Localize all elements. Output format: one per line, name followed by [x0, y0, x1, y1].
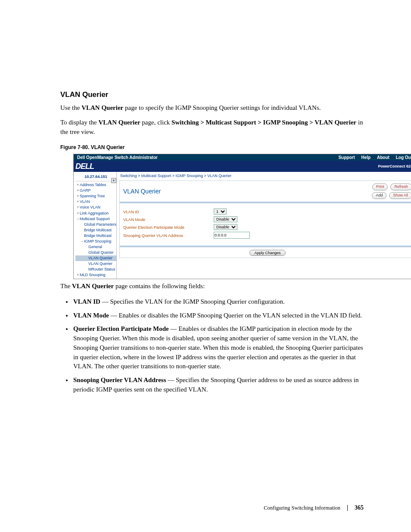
- tree-node[interactable]: −Multicast Support: [75, 216, 116, 222]
- field-desc: — Enables or disables the IGMP Snooping …: [109, 312, 362, 319]
- refresh-button[interactable]: Refresh: [390, 184, 411, 190]
- text: page, click: [140, 119, 171, 126]
- link-about[interactable]: About: [377, 155, 389, 160]
- path: Switching > Multicast Support > IGMP Sno…: [171, 119, 356, 126]
- panel-divider: [120, 202, 411, 203]
- tree-node[interactable]: +MLD Snooping: [75, 272, 116, 278]
- tree-node[interactable]: Bridge Multicast: [75, 227, 116, 233]
- field-name: Querier Election Participate Mode: [73, 325, 169, 332]
- qep-mode-select[interactable]: Disable: [214, 224, 237, 230]
- tree-node[interactable]: Bridge Multicast: [75, 233, 116, 239]
- qep-mode-label: Querier Election Participate Mode: [123, 225, 214, 230]
- vlan-mode-label: VLAN Mode: [123, 217, 214, 222]
- field-desc: — Specifies the VLAN for the IGMP Snoopi…: [100, 298, 285, 305]
- text: To display the: [60, 119, 99, 126]
- screenshot-figure: Dell OpenManage Switch Administrator Sup…: [73, 154, 411, 279]
- model-label: PowerConnect 6248: [378, 164, 411, 168]
- page-footer: Configuring Switching Information 365: [264, 504, 364, 511]
- app-title: Dell OpenManage Switch Administrator: [77, 155, 158, 160]
- tree-node[interactable]: +Link Aggregation: [75, 211, 116, 216]
- field-name: VLAN ID: [73, 298, 100, 305]
- topbar-links: Support Help About Log Out: [336, 155, 411, 160]
- panel-title: VLAN Querier: [123, 188, 161, 195]
- print-button[interactable]: Print: [372, 184, 388, 190]
- text: Use the: [60, 104, 81, 111]
- snooping-addr-input[interactable]: [214, 232, 250, 239]
- tree-node[interactable]: +Spanning Tree: [75, 193, 116, 199]
- tree-node[interactable]: Global Parameters: [75, 222, 116, 227]
- tree-node[interactable]: General: [75, 244, 116, 250]
- text: page contains the following fields:: [114, 283, 205, 289]
- apply-changes-button[interactable]: Apply Changes: [249, 250, 285, 256]
- device-ip: 10.27.64.151: [75, 173, 116, 181]
- vlan-mode-select[interactable]: Disable: [214, 216, 237, 222]
- list-item: VLAN Mode — Enables or disables the IGMP…: [72, 311, 364, 320]
- vlan-id-select[interactable]: 1: [214, 208, 227, 215]
- tree-node[interactable]: +GARP: [75, 188, 116, 193]
- brand-logo: DELL: [75, 162, 94, 171]
- snooping-addr-label: Snooping Querier VLAN Address: [123, 233, 214, 238]
- tree-view[interactable]: 10.27.64.151 ▴ +Address Tables+GARP+Span…: [74, 172, 117, 279]
- show-all-button[interactable]: Show All: [389, 192, 411, 199]
- field-name: Snooping Querier VLAN Address: [73, 376, 166, 383]
- footer-section: Configuring Switching Information: [264, 505, 340, 511]
- link-help[interactable]: Help: [361, 155, 371, 160]
- list-item: Querier Election Participate Mode — Enab…: [72, 324, 364, 371]
- add-button[interactable]: Add: [372, 192, 386, 199]
- tree-node[interactable]: +Voice VLAN: [75, 205, 116, 210]
- link-support[interactable]: Support: [338, 155, 355, 160]
- figure-caption: Figure 7-80. VLAN Querier: [60, 144, 364, 150]
- tree-node[interactable]: Global Querier: [75, 250, 116, 255]
- page-number: 365: [355, 504, 364, 511]
- breadcrumb: Switching > Multicast Support > IGMP Sno…: [117, 172, 411, 180]
- tree-node[interactable]: VLAN Querier: [75, 255, 116, 261]
- field-name: VLAN Mode: [73, 312, 109, 319]
- list-item: VLAN ID — Specifies the VLAN for the IGM…: [72, 297, 364, 307]
- section-heading: VLAN Querier: [60, 90, 364, 99]
- tree-node[interactable]: −IGMP Snooping: [75, 239, 116, 244]
- link-logout[interactable]: Log Out: [396, 155, 411, 160]
- text: page to specify the IGMP Snooping Querie…: [123, 104, 321, 111]
- scroll-up-icon[interactable]: ▴: [111, 178, 116, 183]
- field-list: VLAN ID — Specifies the VLAN for the IGM…: [72, 297, 364, 395]
- fields-intro: The VLAN Querier page contains the follo…: [60, 282, 364, 291]
- term: VLAN Querier: [81, 104, 123, 111]
- text: The: [60, 283, 72, 289]
- list-item: Snooping Querier VLAN Address — Specifie…: [72, 376, 364, 395]
- tree-node[interactable]: +Address Tables: [75, 182, 116, 188]
- footer-separator: [347, 505, 348, 511]
- intro-paragraph-1: Use the VLAN Querier page to specify the…: [60, 103, 364, 113]
- tree-node[interactable]: MRouter Status: [75, 267, 116, 272]
- tree-node[interactable]: +VLAN: [75, 199, 116, 205]
- intro-paragraph-2: To display the VLAN Querier page, click …: [60, 118, 364, 137]
- term: VLAN Querier: [99, 119, 140, 126]
- tree-node[interactable]: VLAN Querier: [75, 261, 116, 267]
- term: VLAN Querier: [72, 283, 114, 289]
- vlan-id-label: VLAN ID: [123, 209, 214, 214]
